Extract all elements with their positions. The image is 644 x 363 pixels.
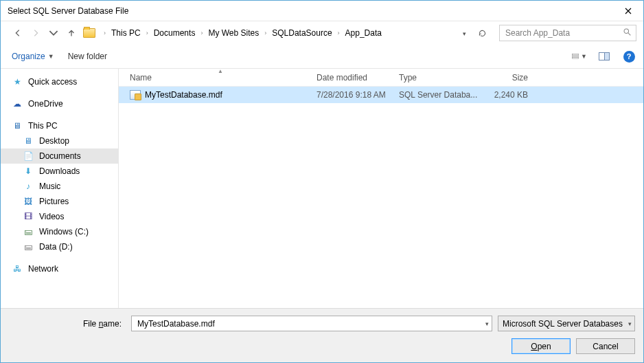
filename-input[interactable] [136, 318, 485, 329]
caret-down-icon: ▼ [581, 53, 587, 60]
sidebar-item-documents[interactable]: 📄 Documents [1, 148, 118, 164]
view-options-button[interactable]: ▼ [572, 50, 587, 63]
sidebar-label: Quick access [28, 77, 77, 87]
sidebar-item-windows-c[interactable]: 🖴 Windows (C:) [1, 224, 118, 239]
folder-icon [83, 28, 95, 38]
up-button[interactable] [64, 25, 79, 41]
toolbar: Organize ▼ New folder ▼ ? [1, 45, 643, 68]
pictures-icon: 🖼 [23, 196, 34, 207]
sidebar-label: Pictures [39, 197, 69, 206]
drive-icon: 🖴 [23, 241, 34, 252]
header-size[interactable]: Size [481, 73, 536, 82]
sidebar-label: Network [28, 264, 58, 274]
sidebar-label: OneDrive [28, 99, 63, 109]
file-name: MyTestDatabase.mdf [145, 90, 222, 100]
database-file-icon [130, 90, 141, 100]
help-button[interactable]: ? [621, 50, 636, 63]
network-icon: 🖧 [12, 263, 23, 274]
crumb-documents[interactable]: Documents [152, 27, 197, 39]
star-icon: ★ [12, 76, 23, 87]
refresh-button[interactable] [474, 25, 490, 41]
drive-icon: 🖴 [23, 226, 34, 237]
crumb-mywebsites[interactable]: My Web Sites [207, 27, 260, 39]
filetype-filter-combo[interactable]: Microsoft SQL Server Databases ▾ [498, 316, 635, 331]
svg-rect-2 [572, 56, 579, 57]
sidebar-label: Music [39, 182, 60, 191]
pane-icon [599, 52, 610, 60]
filename-combo[interactable]: ▾ [131, 316, 492, 331]
caret-down-icon: ▾ [628, 320, 632, 327]
sidebar-item-music[interactable]: ♪ Music [1, 179, 118, 194]
navigation-bar: › This PC › Documents › My Web Sites › S… [1, 21, 643, 45]
svg-rect-1 [572, 54, 579, 55]
help-icon: ? [623, 51, 635, 63]
file-row[interactable]: MyTestDatabase.mdf 7/28/2016 9:18 AM SQL… [119, 87, 643, 103]
chevron-right-icon: › [145, 30, 150, 36]
chevron-right-icon: › [336, 30, 341, 36]
chevron-right-icon: › [102, 30, 107, 36]
search-input[interactable] [504, 28, 623, 38]
file-dialog: Select SQL Server Database File › This P… [0, 0, 644, 363]
caret-down-icon[interactable]: ▾ [485, 320, 489, 327]
address-dropdown-button[interactable]: ▾ [460, 28, 469, 38]
sidebar-label: Videos [39, 212, 64, 221]
svg-rect-3 [572, 57, 579, 58]
sidebar-item-data-d[interactable]: 🖴 Data (D:) [1, 239, 118, 254]
sidebar-item-network[interactable]: 🖧 Network [1, 261, 118, 276]
document-icon: 📄 [23, 151, 34, 162]
sidebar-label: Data (D:) [39, 242, 73, 252]
breadcrumb[interactable]: › This PC › Documents › My Web Sites › S… [100, 25, 457, 41]
open-button[interactable]: Open [511, 338, 571, 354]
crumb-this-pc[interactable]: This PC [110, 27, 142, 39]
videos-icon: 🎞 [23, 211, 34, 222]
search-box[interactable] [499, 25, 636, 41]
chevron-right-icon: › [199, 30, 204, 36]
filename-label: File name: [9, 319, 126, 329]
crumb-appdata[interactable]: App_Data [344, 27, 383, 39]
file-size: 2,240 KB [481, 90, 536, 100]
close-button[interactable] [612, 1, 643, 21]
crumb-sqldatasource[interactable]: SQLDataSource [271, 27, 333, 39]
desktop-icon: 🖥 [23, 135, 34, 146]
sidebar-item-desktop[interactable]: 🖥 Desktop [1, 133, 118, 148]
sidebar-label: Windows (C:) [39, 227, 89, 236]
organize-button[interactable]: Organize ▼ [12, 52, 54, 61]
cloud-icon: ☁ [12, 98, 23, 109]
cancel-button[interactable]: Cancel [576, 338, 635, 354]
download-icon: ⬇ [23, 166, 34, 177]
recent-locations-button[interactable] [46, 25, 61, 41]
sort-indicator-icon: ▲ [124, 68, 317, 74]
window-title: Select SQL Server Database File [8, 6, 128, 16]
header-type[interactable]: Type [399, 73, 481, 82]
sidebar-item-downloads[interactable]: ⬇ Downloads [1, 164, 118, 179]
caret-down-icon: ▼ [48, 53, 54, 60]
sidebar-item-pictures[interactable]: 🖼 Pictures [1, 194, 118, 209]
dialog-footer: File name: ▾ Microsoft SQL Server Databa… [1, 308, 643, 362]
sidebar-label: This PC [28, 121, 58, 131]
sidebar: ★ Quick access ☁ OneDrive 🖥 This PC 🖥 De… [1, 69, 119, 308]
back-button[interactable] [10, 25, 25, 41]
svg-point-0 [624, 29, 629, 34]
sidebar-label: Downloads [39, 166, 80, 176]
header-date[interactable]: Date modified [317, 73, 399, 82]
new-folder-label: New folder [68, 52, 107, 61]
filter-label: Microsoft SQL Server Databases [503, 319, 623, 329]
forward-button[interactable] [28, 25, 43, 41]
chevron-right-icon: › [263, 30, 268, 36]
sidebar-item-this-pc[interactable]: 🖥 This PC [1, 118, 118, 133]
sidebar-label: Desktop [39, 136, 69, 146]
sidebar-item-videos[interactable]: 🎞 Videos [1, 209, 118, 224]
new-folder-button[interactable]: New folder [68, 52, 107, 61]
pc-icon: 🖥 [12, 120, 23, 131]
titlebar: Select SQL Server Database File [1, 1, 643, 21]
sidebar-item-onedrive[interactable]: ☁ OneDrive [1, 96, 118, 111]
organize-label: Organize [12, 52, 45, 61]
dialog-body: ★ Quick access ☁ OneDrive 🖥 This PC 🖥 De… [1, 68, 643, 308]
sidebar-item-quick-access[interactable]: ★ Quick access [1, 74, 118, 89]
sidebar-label: Documents [39, 151, 81, 161]
file-date: 7/28/2016 9:18 AM [317, 90, 399, 100]
search-icon [623, 28, 632, 38]
music-icon: ♪ [23, 181, 34, 192]
preview-pane-button[interactable] [597, 50, 612, 63]
file-type: SQL Server Databa... [399, 90, 481, 100]
